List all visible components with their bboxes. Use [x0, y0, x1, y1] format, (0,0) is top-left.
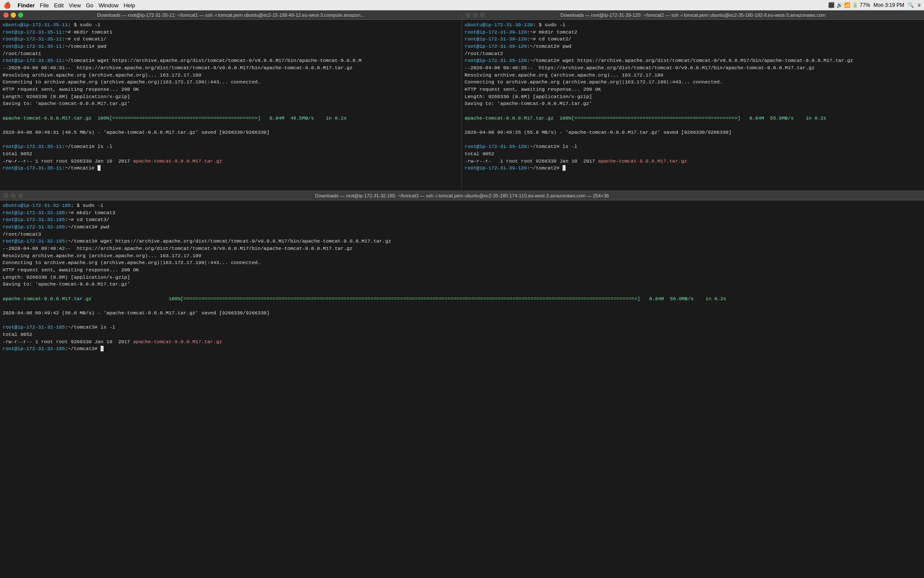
- apple-menu[interactable]: 🍎: [3, 2, 11, 9]
- menu-go[interactable]: Go: [86, 2, 93, 9]
- minimize-button[interactable]: [11, 12, 16, 18]
- menu-bar-time: Mon 3:19 PM: [874, 2, 904, 8]
- close-button[interactable]: [3, 12, 9, 18]
- terminal-top-left-titlebar: Downloads — root@ip-172-31-35-11: ~/tomc…: [0, 10, 462, 20]
- terminal-top-left-content[interactable]: ubuntu@ip-172-31-35-11: $ sudo -i root@i…: [0, 20, 462, 191]
- menu-edit[interactable]: Edit: [54, 2, 64, 9]
- menu-window[interactable]: Window: [98, 2, 118, 9]
- maximize-button-bottom[interactable]: [18, 193, 23, 198]
- terminals-wrapper: Downloads — root@ip-172-31-35-11: ~/tomc…: [0, 10, 924, 578]
- terminal-bottom-content[interactable]: ubuntu@ip-172-31-32-185: $ sudo -i root@…: [0, 200, 924, 578]
- terminal-bottom-row: Downloads — root@ip-172-31-32-185: ~/tom…: [0, 191, 924, 578]
- traffic-lights-bottom[interactable]: [3, 193, 23, 198]
- terminal-bottom-title: Downloads — root@ip-172-31-32-185: ~/tom…: [315, 193, 609, 198]
- menu-bar: 🍎 Finder File Edit View Go Window Help ⬛…: [0, 0, 924, 10]
- close-button-bottom[interactable]: [3, 193, 9, 198]
- terminal-bottom[interactable]: Downloads — root@ip-172-31-32-185: ~/tom…: [0, 191, 924, 578]
- terminal-top-right-titlebar: Downloads — root@ip-172-31-39-120: ~/tom…: [462, 10, 924, 20]
- terminal-top-right[interactable]: Downloads — root@ip-172-31-39-120: ~/tom…: [462, 10, 924, 191]
- terminal-bottom-titlebar: Downloads — root@ip-172-31-32-185: ~/tom…: [0, 191, 924, 200]
- terminal-top-left-title: Downloads — root@ip-172-31-35-11: ~/tomc…: [97, 12, 364, 18]
- maximize-button-right[interactable]: [480, 12, 485, 18]
- minimize-button-right[interactable]: [473, 12, 478, 18]
- menu-help[interactable]: Help: [124, 2, 135, 9]
- terminal-top-left[interactable]: Downloads — root@ip-172-31-35-11: ~/tomc…: [0, 10, 462, 191]
- terminal-top-right-title: Downloads — root@ip-172-31-39-120: ~/tom…: [560, 12, 826, 18]
- menu-bar-search-icon[interactable]: 🔍: [908, 2, 914, 8]
- menu-bar-icons: ⬛ 🔊 📶 🔋 77%: [828, 2, 870, 8]
- menu-view[interactable]: View: [69, 2, 81, 9]
- menu-file[interactable]: File: [40, 2, 49, 9]
- menu-bar-control-icon[interactable]: ≡: [918, 2, 921, 8]
- top-terminal-row: Downloads — root@ip-172-31-35-11: ~/tomc…: [0, 10, 924, 191]
- close-button-right[interactable]: [465, 12, 471, 18]
- traffic-lights-top-right[interactable]: [465, 12, 485, 18]
- maximize-button[interactable]: [18, 12, 23, 18]
- terminal-top-right-content[interactable]: ubuntu@ip-172-31-39-120: $ sudo -i root@…: [462, 20, 924, 191]
- minimize-button-bottom[interactable]: [11, 193, 16, 198]
- traffic-lights-top-left[interactable]: [3, 12, 23, 18]
- app-name[interactable]: Finder: [18, 2, 35, 9]
